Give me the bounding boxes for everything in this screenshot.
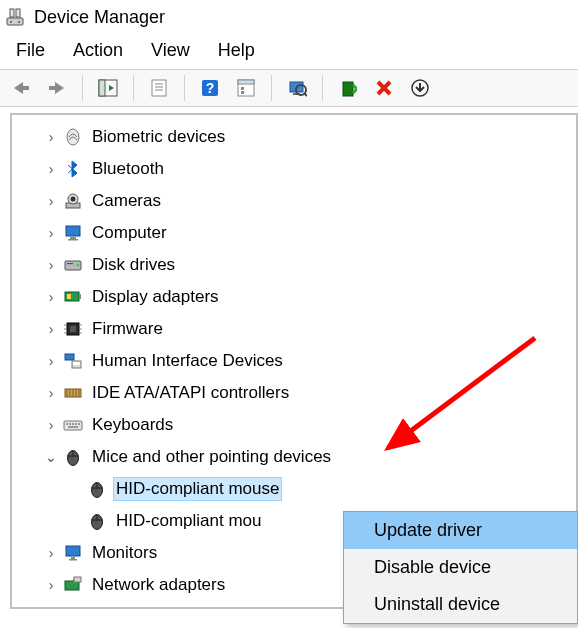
tree-node-disk[interactable]: ›Disk drives — [12, 249, 576, 281]
svg-rect-1 — [10, 9, 14, 17]
show-hide-console-tree-button[interactable] — [93, 73, 123, 103]
toolbar-separator — [184, 75, 185, 101]
svg-rect-58 — [66, 423, 68, 425]
svg-rect-38 — [67, 294, 71, 299]
chevron-right-icon[interactable]: › — [42, 161, 60, 177]
svg-rect-36 — [67, 263, 73, 264]
svg-line-22 — [304, 93, 307, 96]
svg-rect-2 — [16, 9, 20, 17]
svg-rect-17 — [241, 87, 244, 90]
ctx-update-driver[interactable]: Update driver — [344, 512, 577, 549]
chevron-right-icon[interactable]: › — [42, 353, 60, 369]
mouse-icon — [62, 446, 84, 468]
chevron-right-icon[interactable]: › — [42, 385, 60, 401]
network-icon — [62, 574, 84, 596]
tree-child-mouse[interactable]: HID-compliant mouse — [12, 473, 576, 505]
ide-icon — [62, 382, 84, 404]
tree-node-label: Keyboards — [90, 414, 175, 436]
tree-node-fingerprint[interactable]: ›Biometric devices — [12, 121, 576, 153]
tree-node-label: Cameras — [90, 190, 163, 212]
ctx-disable-device[interactable]: Disable device — [344, 549, 577, 586]
tree-node-label: Biometric devices — [90, 126, 227, 148]
tree-node-mouse[interactable]: ⌄Mice and other pointing devices — [12, 441, 576, 473]
svg-rect-0 — [7, 18, 23, 25]
menu-action[interactable]: Action — [59, 36, 137, 65]
toolbar: ? — [0, 69, 578, 107]
chevron-right-icon[interactable]: › — [42, 257, 60, 273]
svg-rect-62 — [78, 423, 80, 425]
tree-node-label: Mice and other pointing devices — [90, 446, 333, 468]
titlebar: Device Manager — [0, 0, 578, 32]
tree-node-computer[interactable]: ›Computer — [12, 217, 576, 249]
svg-rect-5 — [22, 86, 29, 90]
svg-rect-63 — [68, 426, 78, 428]
chevron-right-icon[interactable]: › — [42, 129, 60, 145]
chevron-right-icon[interactable]: › — [42, 545, 60, 561]
hid-icon — [62, 350, 84, 372]
tree-node-label: Human Interface Devices — [90, 350, 285, 372]
tree-node-ide[interactable]: ›IDE ATA/ATAPI controllers — [12, 377, 576, 409]
chevron-right-icon[interactable]: › — [42, 193, 60, 209]
toolbar-separator — [271, 75, 272, 101]
svg-rect-61 — [75, 423, 77, 425]
svg-rect-8 — [99, 80, 105, 96]
svg-rect-60 — [72, 423, 74, 425]
tree-child-label: HID-compliant mou — [114, 510, 264, 532]
tree-node-bluetooth[interactable]: ›Bluetooth — [12, 153, 576, 185]
svg-rect-57 — [64, 421, 82, 430]
tree-node-chip[interactable]: ›Firmware — [12, 313, 576, 345]
more-actions-button[interactable] — [405, 73, 435, 103]
toolbar-separator — [322, 75, 323, 101]
scan-hardware-button[interactable] — [282, 73, 312, 103]
svg-rect-48 — [65, 354, 74, 360]
chevron-right-icon[interactable]: › — [42, 225, 60, 241]
svg-rect-32 — [70, 237, 76, 239]
tree-node-camera[interactable]: ›Cameras — [12, 185, 576, 217]
menu-file[interactable]: File — [2, 36, 59, 65]
tree-node-display-adapter[interactable]: ›Display adapters — [12, 281, 576, 313]
svg-rect-59 — [69, 423, 71, 425]
toolbar-separator — [82, 75, 83, 101]
svg-rect-6 — [49, 86, 56, 90]
chip-icon — [62, 318, 84, 340]
chevron-right-icon[interactable]: › — [42, 417, 60, 433]
ctx-uninstall-device[interactable]: Uninstall device — [344, 586, 577, 623]
chevron-right-icon[interactable]: › — [42, 289, 60, 305]
tree-node-label: Firmware — [90, 318, 165, 340]
chevron-right-icon[interactable]: › — [42, 577, 60, 593]
svg-rect-16 — [238, 80, 254, 84]
menu-help[interactable]: Help — [204, 36, 269, 65]
camera-icon — [62, 190, 84, 212]
tree-node-hid[interactable]: ›Human Interface Devices — [12, 345, 576, 377]
bluetooth-icon — [62, 158, 84, 180]
chevron-down-icon[interactable]: ⌄ — [42, 449, 60, 465]
svg-rect-74 — [71, 557, 75, 559]
uninstall-device-button[interactable] — [369, 73, 399, 103]
properties-sheet-button[interactable] — [144, 73, 174, 103]
svg-rect-41 — [70, 326, 76, 332]
update-driver-button[interactable] — [333, 73, 363, 103]
svg-point-4 — [18, 21, 20, 23]
keyboard-icon — [62, 414, 84, 436]
toolbar-separator — [133, 75, 134, 101]
svg-rect-18 — [241, 91, 244, 94]
disk-icon — [62, 254, 84, 276]
menu-view[interactable]: View — [137, 36, 204, 65]
help-button[interactable]: ? — [195, 73, 225, 103]
svg-rect-9 — [152, 80, 166, 96]
forward-button[interactable] — [42, 73, 72, 103]
tree-node-label: Bluetooth — [90, 158, 166, 180]
svg-rect-23 — [343, 82, 353, 96]
tree-child-label: HID-compliant mouse — [114, 478, 281, 500]
property-page-button[interactable] — [231, 73, 261, 103]
tree-node-label: Computer — [90, 222, 169, 244]
tree-node-label: Monitors — [90, 542, 159, 564]
svg-rect-50 — [73, 362, 80, 365]
mouse-icon — [86, 478, 108, 500]
tree-node-label: Disk drives — [90, 254, 177, 276]
chevron-right-icon[interactable]: › — [42, 321, 60, 337]
svg-point-30 — [71, 197, 76, 202]
tree-node-keyboard[interactable]: ›Keyboards — [12, 409, 576, 441]
back-button[interactable] — [6, 73, 36, 103]
computer-icon — [62, 222, 84, 244]
